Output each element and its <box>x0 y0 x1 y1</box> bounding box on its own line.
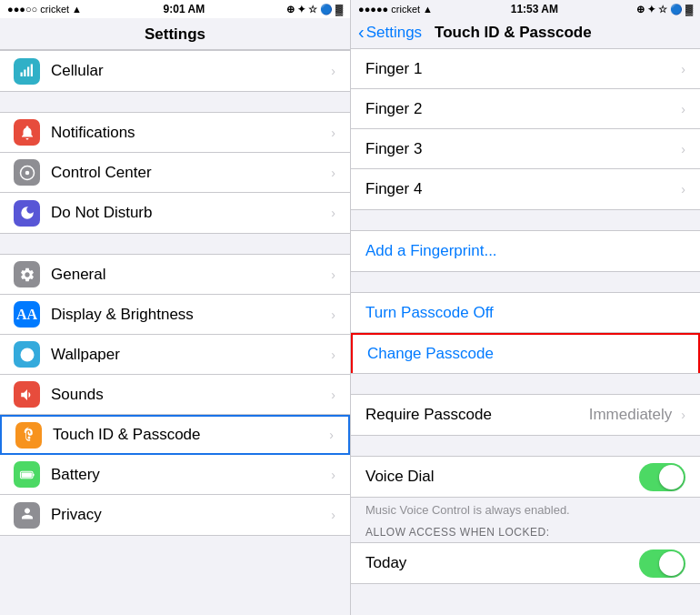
finger1-chevron: › <box>681 62 685 76</box>
svg-point-8 <box>27 437 30 439</box>
turn-passcode-off-item[interactable]: Turn Passcode Off <box>351 293 700 333</box>
privacy-chevron: › <box>331 508 335 522</box>
require-passcode-label: Require Passcode <box>365 406 492 424</box>
add-fingerprint-group: Add a Fingerprint... <box>351 230 700 272</box>
svg-rect-0 <box>20 73 22 77</box>
svg-rect-1 <box>24 70 25 77</box>
cellular-label: Cellular <box>51 62 325 80</box>
settings-item-do-not-disturb[interactable]: Do Not Disturb › <box>0 193 350 233</box>
svg-rect-11 <box>21 472 31 477</box>
finger2-chevron: › <box>681 102 685 116</box>
privacy-label: Privacy <box>51 506 325 524</box>
svg-rect-10 <box>33 473 35 476</box>
do-not-disturb-chevron: › <box>331 206 335 220</box>
settings-item-privacy[interactable]: Privacy › <box>0 495 350 535</box>
cellular-icon <box>14 58 40 85</box>
today-label: Today <box>365 554 406 572</box>
finger1-item[interactable]: Finger 1 › <box>351 49 700 89</box>
settings-item-notifications[interactable]: Notifications › <box>0 113 350 153</box>
voice-dial-item: Voice Dial <box>351 457 700 497</box>
voice-dial-label: Voice Dial <box>365 468 435 486</box>
voice-dial-toggle[interactable] <box>639 463 685 491</box>
display-brightness-label: Display & Brightness <box>51 306 325 324</box>
add-fingerprint-item[interactable]: Add a Fingerprint... <box>351 231 700 271</box>
sounds-label: Sounds <box>51 386 325 404</box>
finger4-item[interactable]: Finger 4 › <box>351 169 700 209</box>
left-time: 9:01 AM <box>164 3 205 15</box>
wallpaper-chevron: › <box>331 348 335 362</box>
finger4-chevron: › <box>681 182 685 197</box>
finger2-label: Finger 2 <box>365 100 422 118</box>
general-label: General <box>51 266 325 284</box>
wallpaper-label: Wallpaper <box>51 346 325 364</box>
sounds-icon <box>14 381 40 408</box>
settings-item-touch-id[interactable]: Touch ID & Passcode › <box>0 415 350 455</box>
svg-rect-3 <box>30 65 32 77</box>
settings-item-display-brightness[interactable]: AA Display & Brightness › <box>0 295 350 335</box>
personal-group: Notifications › Control Center › Do Not … <box>0 112 350 234</box>
finger3-item[interactable]: Finger 3 › <box>351 129 700 169</box>
battery-label: Battery <box>51 466 325 484</box>
svg-point-6 <box>20 348 34 361</box>
svg-point-5 <box>25 170 29 175</box>
require-passcode-chevron: › <box>681 408 685 422</box>
left-carrier: ●●●○○ cricket ▲ <box>7 4 82 15</box>
back-button[interactable]: ‹ Settings <box>358 22 422 43</box>
today-toggle[interactable] <box>639 549 685 578</box>
svg-point-7 <box>23 351 25 354</box>
settings-item-general[interactable]: General › <box>0 255 350 295</box>
do-not-disturb-icon <box>14 200 40 227</box>
back-label: Settings <box>366 24 422 42</box>
change-passcode-label: Change Passcode <box>367 345 494 363</box>
do-not-disturb-label: Do Not Disturb <box>51 204 325 222</box>
left-panel: ●●●○○ cricket ▲ 9:01 AM ⊕ ✦ ☆ 🔵 ▓ Settin… <box>0 0 350 615</box>
finger1-label: Finger 1 <box>365 60 422 78</box>
settings-item-sounds[interactable]: Sounds › <box>0 375 350 415</box>
finger3-label: Finger 3 <box>365 140 422 158</box>
today-item: Today <box>351 543 700 583</box>
voice-control-note: Music Voice Control is always enabled. <box>351 498 700 520</box>
right-status-bar: ●●●●● cricket ▲ 11:53 AM ⊕ ✦ ☆ 🔵 ▓ <box>351 0 700 18</box>
touch-id-chevron: › <box>329 428 334 442</box>
touch-id-label: Touch ID & Passcode <box>53 426 324 444</box>
settings-item-control-center[interactable]: Control Center › <box>0 153 350 193</box>
left-status-bar: ●●●○○ cricket ▲ 9:01 AM ⊕ ✦ ☆ 🔵 ▓ <box>0 0 350 18</box>
add-fingerprint-label: Add a Fingerprint... <box>365 242 497 260</box>
back-chevron-icon: ‹ <box>358 22 365 43</box>
left-icons: ⊕ ✦ ☆ 🔵 ▓ <box>286 4 343 15</box>
change-passcode-item[interactable]: Change Passcode <box>351 333 700 373</box>
left-header: Settings <box>0 18 350 50</box>
notifications-icon <box>14 119 40 146</box>
settings-list: Cellular › Notifications › Control Cente… <box>0 50 350 615</box>
display-brightness-chevron: › <box>331 308 335 322</box>
settings-group-2: General › AA Display & Brightness › Wall… <box>0 254 350 536</box>
touch-id-icon <box>15 422 42 449</box>
require-passcode-group: Require Passcode Immediately › <box>351 394 700 436</box>
require-passcode-item[interactable]: Require Passcode Immediately › <box>351 395 700 435</box>
general-icon <box>14 261 40 287</box>
battery-icon <box>14 461 40 488</box>
control-center-chevron: › <box>331 166 335 180</box>
toggle-knob <box>659 465 684 489</box>
settings-item-cellular[interactable]: Cellular › <box>0 51 350 91</box>
finger4-label: Finger 4 <box>365 180 422 198</box>
today-group: Today <box>351 542 700 584</box>
right-panel: ●●●●● cricket ▲ 11:53 AM ⊕ ✦ ☆ 🔵 ▓ ‹ Set… <box>350 0 700 615</box>
finger2-item[interactable]: Finger 2 › <box>351 89 700 129</box>
display-brightness-icon: AA <box>14 301 40 328</box>
allow-access-header: ALLOW ACCESS WHEN LOCKED: <box>351 520 700 542</box>
fingers-group: Finger 1 › Finger 2 › Finger 3 › Finger … <box>351 49 700 210</box>
control-center-label: Control Center <box>51 164 325 182</box>
turn-passcode-off-label: Turn Passcode Off <box>365 304 494 322</box>
general-chevron: › <box>331 267 335 282</box>
svg-rect-2 <box>27 67 29 77</box>
passcode-group: Turn Passcode Off Change Passcode <box>351 292 700 374</box>
settings-item-battery[interactable]: Battery › <box>0 455 350 495</box>
cellular-group: Cellular › <box>0 50 350 92</box>
right-icons: ⊕ ✦ ☆ 🔵 ▓ <box>636 4 693 15</box>
voice-dial-group: Voice Dial <box>351 456 700 498</box>
require-passcode-value: Immediately › <box>589 406 685 424</box>
right-nav: ‹ Settings Touch ID & Passcode <box>351 18 700 49</box>
privacy-icon <box>14 502 40 529</box>
settings-item-wallpaper[interactable]: Wallpaper › <box>0 335 350 375</box>
